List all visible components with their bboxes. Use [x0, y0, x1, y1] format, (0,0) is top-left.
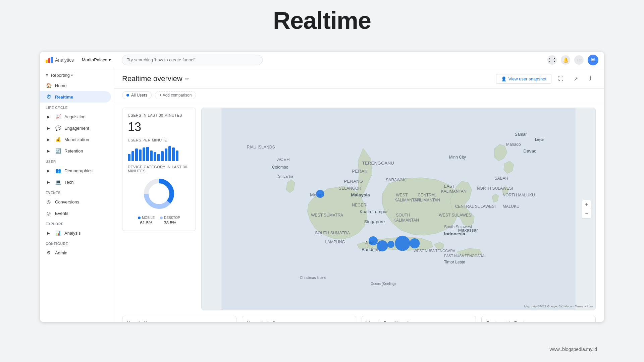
svg-text:Timor Leste: Timor Leste [444, 260, 465, 264]
grid-icon[interactable]: ⋮⋮ [547, 55, 557, 65]
card-title: Users by User source ▾ [127, 321, 231, 322]
header-actions: 👤 View user snapshot ⛶ ↗ ⤴ [496, 73, 596, 84]
filter-dot [126, 94, 129, 97]
bar [161, 151, 164, 161]
svg-text:Manado: Manado [506, 142, 521, 147]
map-panel: ACEH Medan PENANG PERAK TERENGGANU SELAN… [201, 108, 596, 310]
desktop-label: DESKTOP [164, 216, 180, 220]
content-title: Realtime overview ✏ [122, 74, 189, 83]
retention-icon: 🔄 [55, 148, 61, 154]
svg-text:KALIMANTAN: KALIMANTAN [441, 189, 467, 194]
sidebar-item-realtime[interactable]: ⏱ Realtime [40, 91, 111, 103]
demographics-icon: 👥 [55, 168, 61, 174]
filter-label: All Users [131, 93, 147, 98]
sidebar-item-events[interactable]: ◎ Events [40, 207, 111, 219]
sidebar-item-label: Retention [64, 148, 83, 154]
logo-bars-icon [46, 57, 53, 63]
logo-bar-red [48, 58, 50, 63]
mobile-legend-row: MOBILE [138, 216, 155, 220]
ga-window: Analytics MaritaPalace ▾ ⋮⋮ 🔔 ⋯ M ≡ Repo… [40, 52, 604, 322]
bar [168, 146, 171, 161]
svg-point-55 [410, 238, 420, 248]
fullscreen-icon[interactable]: ⛶ [555, 73, 566, 84]
snapshot-label: View user snapshot [508, 76, 546, 81]
zoom-out-button[interactable]: − [582, 209, 591, 219]
svg-text:Minh City: Minh City [449, 155, 466, 160]
svg-text:WEST: WEST [396, 193, 408, 197]
reporting-nav[interactable]: ≡ Reporting ▾ [40, 71, 114, 80]
page-title: Realtime overview [122, 74, 182, 83]
share-icon[interactable]: ⤴ [585, 73, 596, 84]
sidebar-item-tech[interactable]: ▶ 💻 Tech [40, 176, 111, 188]
svg-text:LAMPUNG: LAMPUNG [325, 240, 345, 244]
map-background: ACEH Medan PENANG PERAK TERENGGANU SELAN… [202, 108, 595, 310]
sidebar: ≡ Reporting ▾ 🏠 Home ⏱ Realtime Life Cyc… [40, 68, 114, 322]
bar [143, 147, 145, 161]
snapshot-button[interactable]: 👤 View user snapshot [496, 74, 551, 84]
svg-text:EAST: EAST [444, 184, 455, 189]
mobile-legend: MOBILE 61.5% [138, 216, 155, 225]
card-title: Event count by Event name [486, 321, 591, 322]
all-users-filter[interactable]: All Users [122, 91, 152, 99]
map-controls: + − [582, 200, 591, 219]
expand-icon: ▶ [46, 179, 52, 185]
analytics-logo: Analytics [46, 57, 74, 63]
sidebar-item-conversions[interactable]: ◎ Conversions [40, 196, 111, 207]
settings-icon[interactable]: ⋯ [574, 55, 584, 65]
svg-text:CENTRAL: CENTRAL [418, 193, 437, 197]
sidebar-item-acquisition[interactable]: ▶ 📈 Acquisition [40, 111, 111, 122]
zoom-in-button[interactable]: + [582, 200, 591, 209]
donut-legend: MOBILE 61.5% DESKTOP [138, 216, 180, 225]
bar [135, 148, 138, 161]
sidebar-item-retention[interactable]: ▶ 🔄 Retention [40, 145, 111, 157]
users-per-minute-chart [128, 145, 190, 161]
svg-text:PENANG: PENANG [344, 179, 363, 184]
svg-text:Leyte: Leyte [535, 137, 544, 141]
users-count: 13 [128, 120, 190, 134]
bottom-card-page-title: Views by Page title and screen name #1 9… [362, 316, 476, 322]
user-avatar[interactable]: M [588, 55, 598, 65]
reporting-arrow: ▾ [71, 73, 73, 77]
svg-text:WEST SULAWESI: WEST SULAWESI [439, 213, 473, 218]
external-link-icon[interactable]: ↗ [570, 73, 581, 84]
desktop-legend-row: DESKTOP [160, 216, 180, 220]
sidebar-section-configure: Configure [40, 239, 114, 247]
search-input[interactable] [122, 55, 263, 65]
mobile-label: MOBILE [142, 216, 155, 220]
donut-chart: MOBILE 61.5% DESKTOP [128, 177, 190, 225]
sidebar-item-label: Admin [55, 250, 67, 255]
device-label: DEVICE CATEGORY IN LAST 30 MINUTES [128, 165, 190, 173]
bar [176, 150, 178, 161]
bar [172, 147, 175, 161]
expand-icon: ▶ [46, 148, 52, 154]
ga-body: ≡ Reporting ▾ 🏠 Home ⏱ Realtime Life Cyc… [40, 68, 604, 322]
sidebar-item-label: Acquisition [64, 114, 86, 119]
add-comparison-button[interactable]: + Add comparison [155, 91, 196, 99]
bottom-card-event-count: Event count by Event name #1 page_view 2… [481, 316, 596, 322]
sidebar-item-engagement[interactable]: ▶ 💬 Engagement [40, 122, 111, 134]
svg-text:PERAK: PERAK [352, 169, 367, 174]
card-title: Users ▾ by Audience [247, 321, 351, 322]
notifications-icon[interactable]: 🔔 [561, 55, 570, 65]
sidebar-item-demographics[interactable]: ▶ 👥 Demographics [40, 165, 111, 176]
expand-icon: ▶ [46, 125, 52, 131]
sidebar-item-monetization[interactable]: ▶ 💰 Monetization [40, 134, 111, 145]
events-icon: ◎ [46, 210, 52, 216]
svg-text:Kuala Lumpur: Kuala Lumpur [360, 209, 388, 214]
svg-text:Sri Lanka: Sri Lanka [278, 174, 293, 178]
edit-icon[interactable]: ✏ [185, 76, 189, 81]
svg-text:NEGERI: NEGERI [352, 203, 367, 207]
svg-text:SOUTH: SOUTH [396, 213, 410, 218]
sidebar-item-analysis[interactable]: ▶ 📊 Analysis [40, 227, 111, 239]
sidebar-item-admin[interactable]: ⚙ Admin [40, 247, 111, 258]
property-selector[interactable]: MaritaPalace ▾ [82, 57, 111, 62]
bar [157, 154, 160, 161]
reporting-icon: ≡ [46, 73, 48, 78]
svg-text:KALIMANTAN: KALIMANTAN [393, 218, 419, 223]
snapshot-icon: 👤 [501, 76, 506, 81]
svg-text:WEST NUSA TENGGARA: WEST NUSA TENGGARA [414, 249, 455, 253]
sidebar-item-home[interactable]: 🏠 Home [40, 80, 111, 91]
filters-row: All Users + Add comparison [114, 88, 604, 102]
bar [139, 149, 142, 161]
property-name: MaritaPalace [82, 57, 107, 62]
